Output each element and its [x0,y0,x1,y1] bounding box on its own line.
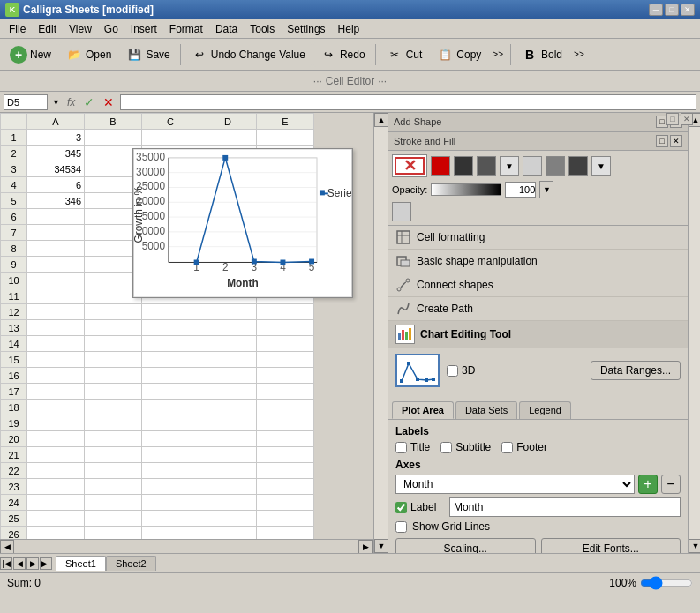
scaling-button[interactable]: Scaling... [395,538,536,553]
fill-color-1[interactable] [523,156,542,176]
cell-A20[interactable] [27,431,85,447]
cell-B22[interactable] [85,463,142,479]
axes-remove-btn[interactable]: − [661,475,681,494]
cell-E1[interactable] [257,130,314,146]
sheet-last[interactable]: ▶| [40,557,52,570]
cell-editor-close[interactable]: ✕ [681,113,693,125]
cell-D16[interactable] [199,368,257,384]
toolbar-overflow-2[interactable]: >> [570,48,588,61]
cell-C19[interactable] [142,415,199,431]
cell-D12[interactable] [199,304,257,320]
cell-A5[interactable]: 346 [27,193,85,209]
basic-shape-item[interactable]: Basic shape manipulation [388,250,688,273]
cell-E18[interactable] [257,400,314,415]
menu-go[interactable]: Go [99,21,124,37]
cell-E12[interactable] [257,304,314,320]
cell-B20[interactable] [85,431,142,447]
col-header-c[interactable]: C [142,114,199,130]
tab-plot-area[interactable]: Plot Area [392,401,454,419]
cell-A26[interactable] [27,527,85,540]
cell-B1[interactable] [85,130,142,146]
cell-A13[interactable] [27,320,85,336]
cell-B18[interactable] [85,400,142,415]
axes-add-btn[interactable]: + [638,475,658,494]
sheet-tab-1[interactable]: Sheet1 [56,556,106,571]
cell-C20[interactable] [142,431,199,447]
cell-D20[interactable] [199,431,257,447]
scroll-right-btn[interactable]: ▶ [358,540,373,554]
cell-A23[interactable] [27,479,85,495]
formula-input[interactable] [120,94,696,110]
close-button[interactable]: ✕ [681,4,695,16]
cut-button[interactable]: ✂ Cut [380,42,429,67]
undo-button[interactable]: ↩ Undo Change Value [184,42,312,67]
cell-C25[interactable] [142,511,199,527]
tab-data-sets[interactable]: Data Sets [455,401,517,419]
stroke-color-preview[interactable]: ✕ [392,154,427,177]
cell-C22[interactable] [142,463,199,479]
tab-legend[interactable]: Legend [519,401,571,419]
edit-fonts-button[interactable]: Edit Fonts... [541,538,681,553]
cell-B16[interactable] [85,368,142,384]
cell-A22[interactable] [27,463,85,479]
cell-B14[interactable] [85,336,142,352]
cell-D13[interactable] [199,320,257,336]
cell-ref-input[interactable] [4,94,48,110]
cell-A1[interactable]: 3 [27,130,85,146]
cell-A6[interactable] [27,209,85,225]
cell-C13[interactable] [142,320,199,336]
label-checkbox[interactable] [395,502,407,513]
cell-A14[interactable] [27,336,85,352]
cell-ref-dropdown[interactable]: ▼ [51,97,61,108]
cell-E22[interactable] [257,463,314,479]
cell-C23[interactable] [142,479,199,495]
stroke-fill-restore[interactable]: □ [656,135,668,147]
cell-A19[interactable] [27,415,85,431]
menu-insert[interactable]: Insert [125,21,162,37]
cell-E19[interactable] [257,415,314,431]
scroll-left-btn[interactable]: ◀ [0,540,14,554]
bold-button[interactable]: B Bold [515,42,568,67]
cell-D1[interactable] [199,130,257,146]
subtitle-label-item[interactable]: Subtitle [440,441,491,453]
cell-A12[interactable] [27,304,85,320]
cell-formatting-item[interactable]: Cell formatting [388,226,688,250]
col-header-d[interactable]: D [199,114,257,130]
cell-D18[interactable] [199,400,257,415]
formula-accept[interactable]: ✓ [81,95,97,109]
cell-E21[interactable] [257,447,314,463]
cell-B21[interactable] [85,447,142,463]
cell-D23[interactable] [199,479,257,495]
cell-B15[interactable] [85,352,142,368]
3d-checkbox[interactable] [447,365,458,377]
sheet-next[interactable]: ▶ [26,557,39,570]
fill-color-3[interactable] [568,156,588,176]
zoom-slider[interactable] [640,576,693,590]
cell-A18[interactable] [27,400,85,415]
cell-A11[interactable] [27,288,85,304]
cell-B26[interactable] [85,527,142,540]
cell-A21[interactable] [27,447,85,463]
cell-E14[interactable] [257,336,314,352]
cell-A17[interactable] [27,384,85,400]
v-scroll-track[interactable] [374,127,388,539]
toolbar-overflow[interactable]: >> [489,48,507,61]
cell-A16[interactable] [27,368,85,384]
copy-button[interactable]: 📋 Copy [430,42,487,67]
cell-A10[interactable] [27,273,85,288]
cell-A15[interactable] [27,352,85,368]
sheet-prev[interactable]: ◀ [13,557,26,570]
footer-checkbox[interactable] [501,442,513,453]
cell-editor-restore[interactable]: □ [666,113,679,125]
panel-scroll-track[interactable] [689,127,700,539]
cell-E16[interactable] [257,368,314,384]
cell-D24[interactable] [199,495,257,511]
cell-E26[interactable] [257,527,314,540]
cell-B23[interactable] [85,479,142,495]
cell-B17[interactable] [85,384,142,400]
menu-file[interactable]: File [4,21,31,37]
cell-C1[interactable] [142,130,199,146]
minimize-button[interactable]: ─ [649,4,663,16]
cell-C16[interactable] [142,368,199,384]
stroke-color-black-btn[interactable] [454,156,473,176]
